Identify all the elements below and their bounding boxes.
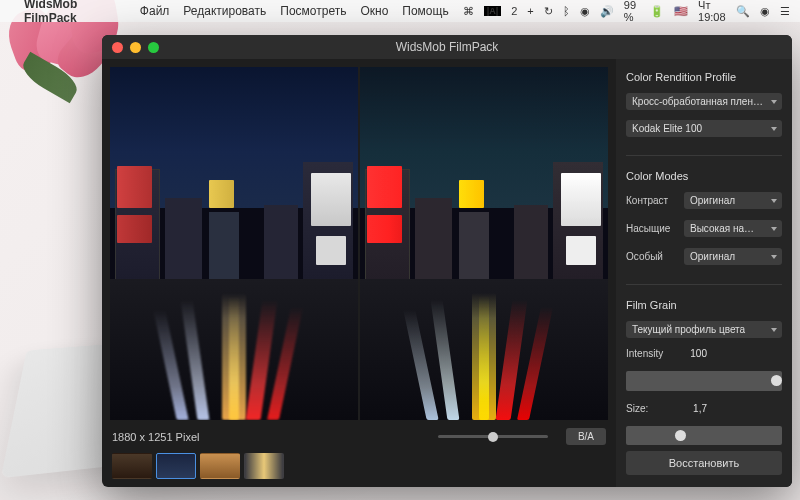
saturation-select[interactable]: Высокая на… — [684, 220, 782, 237]
menu-window[interactable]: Окно — [360, 4, 388, 18]
menubar-volume-icon[interactable]: 🔊 — [600, 5, 614, 18]
menubar-battery-text[interactable]: 99 % — [624, 0, 640, 23]
special-select[interactable]: Оригинал — [684, 248, 782, 265]
preview-split — [110, 67, 608, 420]
menubar-flag-icon[interactable]: 🇺🇸 — [674, 5, 688, 18]
preview-before[interactable] — [110, 67, 358, 420]
special-label: Особый — [626, 251, 678, 262]
menubar-search-icon[interactable]: 🔍 — [736, 5, 750, 18]
image-dimensions: 1880 x 1251 Pixel — [112, 431, 212, 443]
profile-film-select[interactable]: Kodak Elite 100 — [626, 120, 782, 137]
intensity-label: Intensity — [626, 348, 671, 359]
maximize-button[interactable] — [148, 42, 159, 53]
saturation-label: Насыщие — [626, 223, 678, 234]
restore-button[interactable]: Восстановить — [626, 451, 782, 475]
zoom-slider[interactable] — [438, 435, 548, 438]
thumbnail-2[interactable] — [156, 453, 196, 479]
section-title-modes: Color Modes — [626, 170, 782, 182]
close-button[interactable] — [112, 42, 123, 53]
menubar-bluetooth-icon[interactable]: ᛒ — [563, 5, 570, 17]
menubar-wifi-icon[interactable]: ◉ — [580, 5, 590, 18]
menubar-adobe-icon[interactable]: |A| — [484, 6, 502, 16]
size-value: 1,7 — [679, 403, 707, 414]
thumbnail-1[interactable] — [112, 453, 152, 479]
app-window: WidsMob FilmPack — [102, 35, 792, 487]
profile-category-select[interactable]: Кросс-обработанная плен… — [626, 93, 782, 110]
traffic-lights — [112, 42, 159, 53]
window-title: WidsMob FilmPack — [396, 40, 499, 54]
minimize-button[interactable] — [130, 42, 141, 53]
size-slider[interactable] — [626, 426, 782, 446]
menu-file[interactable]: Файл — [140, 4, 170, 18]
preview-after[interactable] — [360, 67, 608, 420]
footer-bar: 1880 x 1251 Pixel B/A — [110, 420, 608, 451]
intensity-value: 100 — [679, 348, 707, 359]
contrast-label: Контраст — [626, 195, 678, 206]
menubar-plus-icon[interactable]: + — [527, 5, 533, 17]
thumbnail-4[interactable] — [244, 453, 284, 479]
menubar-notifications-icon[interactable]: ☰ — [780, 5, 790, 18]
divider — [626, 284, 782, 285]
macos-menubar: WidsMob FilmPack Файл Редактировать Посм… — [0, 0, 800, 22]
contrast-select[interactable]: Оригинал — [684, 192, 782, 209]
before-after-toggle[interactable]: B/A — [566, 428, 606, 445]
menu-view[interactable]: Посмотреть — [280, 4, 346, 18]
section-title-grain: Film Grain — [626, 299, 782, 311]
menubar-clock[interactable]: Чт 19:08 — [698, 0, 726, 23]
size-label: Size: — [626, 403, 671, 414]
menubar-battery-icon[interactable]: 🔋 — [650, 5, 664, 18]
thumbnail-3[interactable] — [200, 453, 240, 479]
grain-profile-select[interactable]: Текущий профиль цвета — [626, 321, 782, 338]
menu-edit[interactable]: Редактировать — [183, 4, 266, 18]
main-panel: 1880 x 1251 Pixel B/A — [102, 59, 616, 487]
thumbnail-strip — [110, 451, 608, 483]
intensity-slider[interactable] — [626, 371, 782, 391]
menubar-siri-icon[interactable]: ◉ — [760, 5, 770, 18]
menu-help[interactable]: Помощь — [402, 4, 448, 18]
menubar-refresh-icon[interactable]: ↻ — [544, 5, 553, 18]
menubar-num-icon[interactable]: 2 — [511, 5, 517, 17]
sidebar-panel: Color Rendition Profile Кросс-обработанн… — [616, 59, 792, 487]
section-title-profile: Color Rendition Profile — [626, 71, 782, 83]
window-titlebar[interactable]: WidsMob FilmPack — [102, 35, 792, 59]
menubar-app-name[interactable]: WidsMob FilmPack — [24, 0, 126, 25]
menubar-toggle-icon[interactable]: ⌘ — [463, 5, 474, 18]
divider — [626, 155, 782, 156]
